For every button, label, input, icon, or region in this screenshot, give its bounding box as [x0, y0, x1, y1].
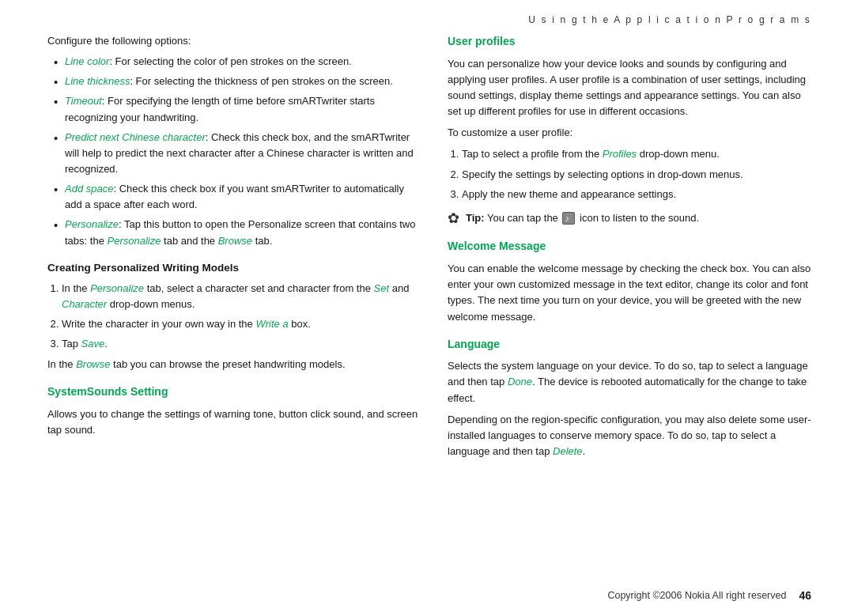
music-icon — [562, 212, 575, 225]
add-space-link: Add space — [65, 183, 113, 195]
tip-lightbulb-icon: ✿ — [448, 210, 459, 228]
list-item: Write the character in your own way in t… — [62, 316, 419, 332]
system-sounds-heading: SystemSounds Setting — [47, 384, 419, 401]
save-link: Save — [81, 338, 105, 350]
predict-link: Predict next Chinese character — [65, 131, 206, 143]
creating-steps-list: In the Personalize tab, select a charact… — [62, 281, 419, 353]
list-item: Timeout: For specifying the length of ti… — [54, 93, 419, 125]
right-column: User profiles You can personalize how yo… — [448, 33, 811, 581]
welcome-message-text: You can enable the welcome message by ch… — [448, 261, 811, 325]
list-item: Tap Save. — [62, 336, 419, 352]
browse-text: In the Browse tab you can browse the pre… — [47, 357, 419, 372]
write-a-link: Write a — [255, 318, 288, 330]
list-item: Add space: Check this check box if you w… — [54, 181, 419, 213]
user-profiles-steps-list: Tap to select a profile from the Profile… — [462, 146, 811, 202]
language-heading: Language — [448, 336, 811, 353]
footer: Copyright ©2006 Nokia All right reserved… — [0, 581, 854, 616]
footer-copyright: Copyright ©2006 Nokia All right reserved — [607, 590, 786, 601]
personalize-tab-link: Personalize — [107, 235, 161, 247]
list-item: Apply the new theme and appearance setti… — [462, 187, 811, 202]
line-color-link: Line color — [65, 55, 109, 67]
user-profiles-p1: You can personalize how your device look… — [448, 56, 811, 120]
list-item: Line color: For selecting the color of p… — [54, 54, 419, 70]
list-item: Tap to select a profile from the Profile… — [462, 146, 811, 162]
language-p2: Depending on the region-specific configu… — [448, 412, 811, 459]
configure-intro: Configure the following options: — [47, 33, 419, 49]
list-item: Line thickness: For selecting the thickn… — [54, 74, 419, 89]
timeout-link: Timeout — [65, 95, 102, 107]
tip-text: Tip: You can tap the icon to listen to t… — [466, 210, 699, 226]
browse-link: Browse — [76, 358, 110, 370]
list-item: Personalize: Tap this button to open the… — [54, 217, 419, 248]
personalize-step-link: Personalize — [90, 282, 144, 294]
language-p1: Selects the system language on your devi… — [448, 358, 811, 406]
set-link: Set — [374, 282, 390, 294]
delete-link: Delete — [553, 445, 583, 457]
browse-tab-link: Browse — [218, 235, 252, 247]
personalize-link: Personalize — [65, 218, 119, 230]
list-item: Specify the settings by selecting option… — [462, 167, 811, 183]
tip-box: ✿ Tip: You can tap the icon to listen to… — [448, 210, 811, 228]
header-text: U s i n g t h e A p p l i c a t i o n P … — [528, 14, 811, 25]
left-column: Configure the following options: Line co… — [47, 33, 419, 581]
list-item: In the Personalize tab, select a charact… — [62, 281, 419, 312]
system-sounds-text: Allows you to change the settings of war… — [47, 406, 419, 438]
bullet-list: Line color: For selecting the color of p… — [54, 54, 419, 249]
done-link: Done — [508, 376, 532, 387]
line-thickness-link: Line thickness — [65, 75, 130, 87]
footer-page-number: 46 — [799, 589, 811, 602]
welcome-message-heading: Welcome Message — [448, 238, 811, 255]
character-link: Character — [62, 298, 107, 310]
user-profiles-customize: To customize a user profile: — [448, 125, 811, 141]
user-profiles-heading: User profiles — [448, 33, 811, 51]
profiles-link: Profiles — [603, 148, 637, 160]
creating-heading: Creating Personalized Writing Models — [47, 260, 419, 277]
list-item: Predict next Chinese character: Check th… — [54, 130, 419, 177]
